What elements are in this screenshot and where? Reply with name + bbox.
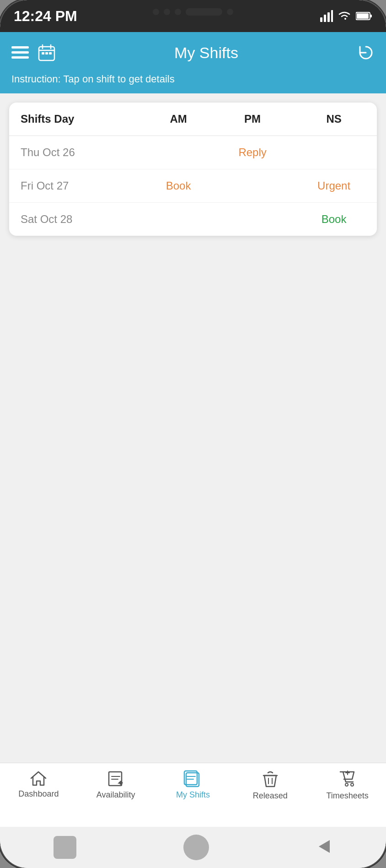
- row-date: Sat Oct 28: [9, 203, 143, 236]
- phone-screen: 12:24 PM: [0, 0, 386, 868]
- myshifts-label: My Shifts: [176, 790, 210, 800]
- bottom-nav: Dashboard Availability: [0, 763, 386, 827]
- table-header-row: Shifts Day AM PM NS: [9, 103, 377, 136]
- svg-point-28: [345, 783, 348, 786]
- camera-dot-1: [153, 9, 159, 15]
- sidebar-item-dashboard[interactable]: Dashboard: [11, 770, 66, 799]
- sidebar-item-released[interactable]: Released: [243, 770, 298, 801]
- svg-point-29: [351, 783, 354, 786]
- home-icon: [29, 770, 48, 787]
- timesheets-label: Timesheets: [326, 791, 368, 801]
- svg-rect-14: [42, 52, 44, 54]
- camera-dot-2: [164, 9, 170, 15]
- svg-rect-2: [327, 12, 330, 22]
- row-date: Fri Oct 27: [9, 169, 143, 203]
- status-bar: 12:24 PM: [0, 0, 386, 32]
- camera-dot-3: [175, 9, 181, 15]
- svg-rect-0: [320, 17, 322, 22]
- camera-dot-4: [227, 9, 233, 15]
- camera-area: [153, 8, 233, 16]
- svg-rect-3: [331, 10, 333, 22]
- row-am: [143, 136, 214, 169]
- instruction-text: Instruction: Tap on shift to get details: [11, 73, 175, 85]
- back-button[interactable]: [316, 838, 332, 857]
- col-header-ns: NS: [291, 103, 377, 136]
- svg-rect-6: [370, 15, 372, 17]
- phone-frame: 12:24 PM: [0, 0, 386, 868]
- shifts-card: Shifts Day AM PM NS Thu Oct 26 Reply: [9, 103, 377, 236]
- wifi-icon: [338, 11, 351, 22]
- svg-rect-15: [45, 52, 48, 54]
- row-pm: [214, 203, 291, 236]
- svg-rect-1: [324, 15, 326, 22]
- bucket-icon: [262, 770, 279, 788]
- reply-cell[interactable]: Reply: [238, 146, 266, 158]
- shifts-table: Shifts Day AM PM NS Thu Oct 26 Reply: [9, 103, 377, 236]
- edit-icon: [107, 770, 124, 787]
- book-ns-cell[interactable]: Book: [322, 213, 347, 225]
- signal-icon: [320, 10, 333, 22]
- svg-rect-7: [11, 46, 29, 49]
- refresh-icon[interactable]: [357, 44, 375, 61]
- row-pm: [214, 169, 291, 203]
- square-button[interactable]: [54, 836, 76, 859]
- cart-icon: [338, 770, 357, 788]
- row-ns[interactable]: Urgent: [291, 169, 377, 203]
- sidebar-item-timesheets[interactable]: Timesheets: [320, 770, 375, 801]
- col-header-am: AM: [143, 103, 214, 136]
- svg-rect-9: [11, 56, 29, 59]
- status-time: 12:24 PM: [14, 8, 77, 25]
- sidebar-item-myshifts[interactable]: My Shifts: [166, 770, 220, 800]
- book-am-cell[interactable]: Book: [166, 179, 191, 192]
- row-date: Thu Oct 26: [9, 136, 143, 169]
- nav-left-icons: [11, 44, 55, 61]
- svg-rect-5: [357, 13, 369, 19]
- table-row[interactable]: Fri Oct 27 Book Urgent: [9, 169, 377, 203]
- urgent-cell[interactable]: Urgent: [317, 179, 350, 192]
- col-header-pm: PM: [214, 103, 291, 136]
- row-ns: [291, 136, 377, 169]
- calendar-icon[interactable]: [38, 44, 55, 61]
- instruction-bar: Instruction: Tap on shift to get details: [0, 73, 386, 93]
- home-button[interactable]: [183, 835, 209, 860]
- row-am[interactable]: Book: [143, 169, 214, 203]
- dashboard-label: Dashboard: [18, 789, 59, 799]
- phone-bottom-bar: [0, 827, 386, 868]
- svg-rect-8: [11, 51, 29, 54]
- nav-title: My Shifts: [55, 44, 357, 62]
- row-am: [143, 203, 214, 236]
- battery-icon: [356, 11, 372, 21]
- row-pm[interactable]: Reply: [214, 136, 291, 169]
- svg-marker-32: [319, 840, 330, 853]
- table-row[interactable]: Sat Oct 28 Book: [9, 203, 377, 236]
- status-icons: [320, 10, 372, 22]
- table-row[interactable]: Thu Oct 26 Reply: [9, 136, 377, 169]
- menu-icon[interactable]: [11, 46, 29, 59]
- top-nav: My Shifts: [0, 32, 386, 73]
- camera-pill: [186, 8, 222, 16]
- svg-rect-16: [49, 52, 52, 54]
- main-content: Shifts Day AM PM NS Thu Oct 26 Reply: [0, 93, 386, 763]
- sidebar-item-availability[interactable]: Availability: [88, 770, 143, 800]
- row-ns[interactable]: Book: [291, 203, 377, 236]
- availability-label: Availability: [96, 790, 135, 800]
- released-label: Released: [253, 791, 288, 801]
- shifts-icon: [183, 770, 203, 787]
- col-header-day: Shifts Day: [9, 103, 143, 136]
